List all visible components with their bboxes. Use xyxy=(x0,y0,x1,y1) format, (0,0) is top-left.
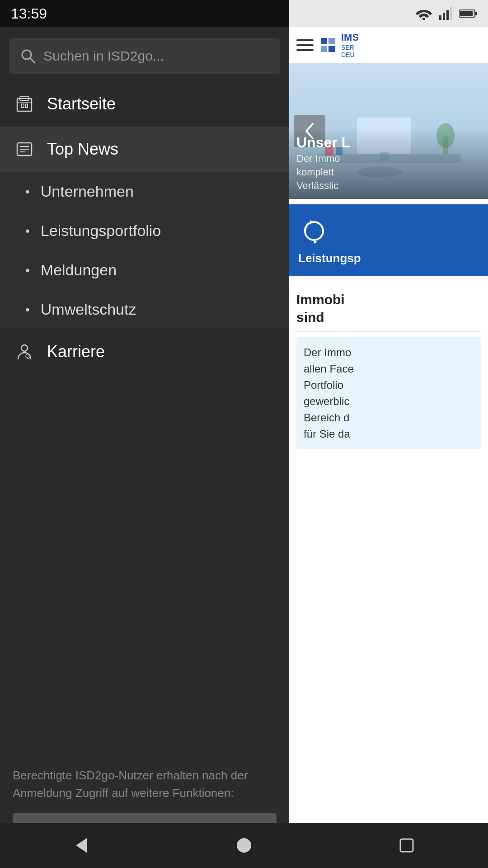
svg-rect-12 xyxy=(22,104,24,108)
logo-squares xyxy=(321,38,335,52)
hero-image: Unser L Der Immo komplett Verlässlic xyxy=(289,63,488,199)
svg-line-9 xyxy=(30,58,35,63)
nav-karriere-label: Karriere xyxy=(47,342,105,361)
building-icon xyxy=(14,94,34,114)
home-button[interactable] xyxy=(226,827,262,863)
body-line6: für Sie da xyxy=(304,428,350,440)
logo: IMS SER DEU xyxy=(321,32,359,58)
sub-item-umweltschutz[interactable]: • Umweltschutz xyxy=(0,290,289,329)
content-section: Immobi sind Der Immo allen Face Portfoli… xyxy=(289,282,488,458)
person-icon: ✓ xyxy=(14,342,34,362)
hero-title: Unser L xyxy=(296,134,481,151)
back-triangle-icon xyxy=(72,836,90,854)
news-icon xyxy=(14,139,34,159)
sub-label-meldungen: Meldungen xyxy=(41,261,117,279)
main-content: IMS SER DEU xyxy=(289,27,488,868)
clock: 13:59 xyxy=(11,5,47,22)
content-body-card: Der Immo allen Face Portfolio gewerblic … xyxy=(296,337,481,449)
refresh-icon xyxy=(298,215,330,247)
body-line1: Der Immo xyxy=(304,346,351,359)
body-line2: allen Face xyxy=(304,363,354,375)
hero-desc-line3: Verlässlic xyxy=(296,180,481,192)
logo-text: IMS SER DEU xyxy=(341,32,359,58)
bullet-meldungen: • xyxy=(25,263,30,278)
signal-icon xyxy=(439,7,452,20)
section-heading: Immobi sind xyxy=(296,291,481,326)
heading-line2: sind xyxy=(296,310,324,325)
svg-rect-13 xyxy=(25,104,28,108)
svg-point-0 xyxy=(422,18,425,20)
search-placeholder: Suchen in ISD2go... xyxy=(43,48,164,64)
svg-rect-3 xyxy=(446,10,449,20)
body-line4: gewerblic xyxy=(304,395,349,407)
recents-button[interactable] xyxy=(389,827,425,863)
search-bar[interactable]: Suchen in ISD2go... xyxy=(9,38,280,74)
nav-item-karriere[interactable]: ✓ Karriere xyxy=(0,329,289,374)
svg-point-32 xyxy=(237,838,251,853)
sub-label-unternehmen: Unternehmen xyxy=(41,183,134,200)
status-bar-left: 13:59 xyxy=(0,0,289,27)
svg-point-19 xyxy=(21,345,28,351)
sub-item-leistungsportfolio[interactable]: • Leistungsportfolio xyxy=(0,211,289,250)
home-circle-icon xyxy=(235,836,253,854)
blue-card-label: Leistungsp xyxy=(298,251,361,265)
bullet-unternehmen: • xyxy=(25,184,30,199)
nav-list: Startseite Top News • Unternehmen • xyxy=(0,81,289,752)
hero-desc-line2: komplett xyxy=(296,166,481,178)
back-button[interactable] xyxy=(63,827,99,863)
drawer: Suchen in ISD2go... Startseite xyxy=(0,27,289,868)
main-header: IMS SER DEU xyxy=(289,27,488,63)
nav-item-startseite[interactable]: Startseite xyxy=(0,81,289,127)
bottom-nav xyxy=(0,823,488,868)
bullet-umweltschutz: • xyxy=(25,302,30,317)
svg-rect-33 xyxy=(400,839,413,852)
sub-label-umweltschutz: Umweltschutz xyxy=(41,301,136,318)
hero-text-overlay: Unser L Der Immo komplett Verlässlic xyxy=(289,127,488,199)
svg-rect-2 xyxy=(443,13,445,20)
svg-rect-7 xyxy=(475,12,477,15)
bullet-leistungsportfolio: • xyxy=(25,224,30,238)
svg-rect-4 xyxy=(450,7,452,20)
nav-item-topnews[interactable]: Top News xyxy=(0,127,289,172)
topnews-subitems: • Unternehmen • Leistungsportfolio • Mel… xyxy=(0,172,289,329)
sub-item-meldungen[interactable]: • Meldungen xyxy=(0,250,289,290)
hero-desc-line1: Der Immo xyxy=(296,153,481,165)
recents-square-icon xyxy=(399,837,415,854)
sub-item-unternehmen[interactable]: • Unternehmen xyxy=(0,172,289,211)
blue-service-card[interactable]: Leistungsp xyxy=(289,204,488,276)
footer-description: Berechtigte ISD2go-Nutzer erhalten nach … xyxy=(13,767,277,802)
body-text: Der Immo allen Face Portfolio gewerblic … xyxy=(304,344,474,442)
heading-line1: Immobi xyxy=(296,292,345,307)
svg-text:✓: ✓ xyxy=(27,355,30,359)
svg-rect-1 xyxy=(439,15,441,20)
body-line5: Bereich d xyxy=(304,411,349,424)
content-divider xyxy=(296,331,481,332)
sub-label-leistungsportfolio: Leistungsportfolio xyxy=(41,222,161,240)
search-icon xyxy=(20,48,36,64)
battery-icon xyxy=(459,9,477,19)
status-bar-right xyxy=(289,0,488,27)
svg-rect-6 xyxy=(460,11,473,16)
svg-marker-31 xyxy=(76,838,87,853)
wifi-icon xyxy=(416,7,432,20)
body-line3: Portfolio xyxy=(304,379,343,391)
nav-startseite-label: Startseite xyxy=(47,94,116,113)
nav-topnews-label: Top News xyxy=(47,140,118,159)
hamburger-icon[interactable] xyxy=(296,39,314,51)
